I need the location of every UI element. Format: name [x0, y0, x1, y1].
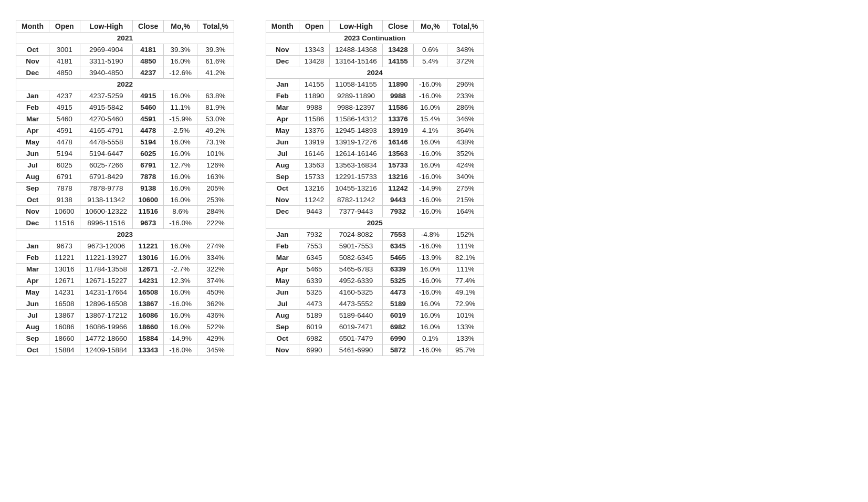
cell-value: 253%: [197, 194, 234, 206]
cell-month: Jan: [266, 229, 299, 240]
cell-month: Jun: [266, 287, 299, 298]
cell-value: 352%: [447, 148, 484, 160]
cell-close: 4181: [133, 44, 164, 56]
cell-value: 14155: [299, 79, 330, 90]
cell-month: Jun: [266, 137, 299, 148]
cell-month: Dec: [266, 206, 299, 217]
cell-month: Aug: [266, 160, 299, 171]
cell-value: 95.7%: [447, 344, 484, 356]
cell-value: 15.4%: [414, 113, 447, 125]
cell-value: 14231-17664: [80, 287, 133, 298]
cell-value: -16.0%: [164, 217, 197, 229]
cell-value: 16.0%: [164, 171, 197, 183]
cell-value: 8996-11516: [80, 217, 133, 229]
cell-value: 16086-19966: [80, 321, 133, 333]
cell-value: 4237: [49, 90, 80, 102]
cell-value: 11242: [299, 194, 330, 206]
cell-close: 13919: [382, 125, 413, 137]
cell-value: -16.0%: [414, 90, 447, 102]
cell-month: Feb: [16, 252, 49, 264]
cell-close: 15733: [382, 160, 413, 171]
cell-value: 12671: [49, 275, 80, 287]
cell-value: -16.0%: [414, 287, 447, 298]
cell-close: 5460: [133, 102, 164, 113]
table-row: Nov112428782-112429443-16.0%215%: [266, 194, 484, 206]
table-row: Jul44734473-5552518916.0%72.9%: [266, 298, 484, 310]
table-row: Jun51945194-6447602516.0%101%: [16, 148, 234, 160]
cell-value: 49.2%: [197, 125, 234, 137]
cell-month: Mar: [266, 102, 299, 113]
cell-month: Mar: [266, 252, 299, 264]
cell-value: 13867: [49, 310, 80, 321]
cell-month: Jul: [266, 298, 299, 310]
table-row: Aug67916791-8429787816.0%163%: [16, 171, 234, 183]
table-row: Nov41813311-5190485016.0%61.6%: [16, 56, 234, 67]
cell-value: 364%: [447, 125, 484, 137]
table-row: Sep60196019-7471698216.0%133%: [266, 321, 484, 333]
cell-close: 11890: [382, 79, 413, 90]
cell-value: -12.6%: [164, 67, 197, 79]
cell-close: 13016: [133, 252, 164, 264]
cell-value: 6025-7266: [80, 160, 133, 171]
table-row: Feb1122111221-139271301616.0%334%: [16, 252, 234, 264]
table-row: Apr54655465-6783633916.0%111%: [266, 264, 484, 275]
cell-value: 163%: [197, 171, 234, 183]
cell-value: 13919: [299, 137, 330, 148]
table-row: Nov1060010600-12322115168.6%284%: [16, 206, 234, 217]
cell-value: 5082-6345: [330, 252, 383, 264]
cell-value: 7024-8082: [330, 229, 383, 240]
table-row: Nov1334312488-14368134280.6%348%: [266, 44, 484, 56]
cell-value: -16.0%: [414, 194, 447, 206]
cell-value: 3940-4850: [80, 67, 133, 79]
cell-month: Apr: [266, 113, 299, 125]
cell-value: 205%: [197, 183, 234, 194]
cell-value: 5901-7553: [330, 240, 383, 252]
cell-value: 39.3%: [164, 44, 197, 56]
cell-close: 14231: [133, 275, 164, 287]
cell-value: 6345: [299, 252, 330, 264]
cell-value: 5325: [299, 287, 330, 298]
cell-close: 5194: [133, 137, 164, 148]
cell-close: 13563: [382, 148, 413, 160]
cell-value: 12945-14893: [330, 125, 383, 137]
cell-close: 11586: [382, 102, 413, 113]
cell-value: -16.0%: [164, 298, 197, 310]
cell-value: 13563: [299, 160, 330, 171]
cell-month: Jul: [16, 160, 49, 171]
cell-value: 6019: [299, 321, 330, 333]
cell-value: 11221: [49, 252, 80, 264]
cell-value: 16.0%: [414, 310, 447, 321]
table-row: Oct30012969-4904418139.3%39.3%: [16, 44, 234, 56]
cell-value: 6990: [299, 344, 330, 356]
cell-value: 13428: [299, 56, 330, 67]
cell-value: 4.1%: [414, 125, 447, 137]
col-month: Month: [16, 20, 49, 33]
cell-value: 16.0%: [164, 252, 197, 264]
col-total-r: Total,%: [447, 20, 484, 33]
cell-value: 12409-15884: [80, 344, 133, 356]
cell-value: 222%: [197, 217, 234, 229]
cell-value: 16.0%: [164, 194, 197, 206]
cell-value: 340%: [447, 171, 484, 183]
cell-close: 7553: [382, 229, 413, 240]
table-row: Apr1267112671-152271423112.3%374%: [16, 275, 234, 287]
cell-value: 3311-5190: [80, 56, 133, 67]
cell-month: Apr: [16, 275, 49, 287]
table-row: Aug51895189-6440601916.0%101%: [266, 310, 484, 321]
table-row: Mar1301611784-1355812671-2.7%322%: [16, 264, 234, 275]
cell-value: 372%: [447, 56, 484, 67]
cell-value: 13376: [299, 125, 330, 137]
col-close-r: Close: [382, 20, 413, 33]
cell-month: May: [16, 287, 49, 298]
cell-value: 13343: [299, 44, 330, 56]
cell-month: Jul: [16, 310, 49, 321]
cell-value: 13919-17276: [330, 137, 383, 148]
cell-close: 12671: [133, 264, 164, 275]
cell-value: 13216: [299, 183, 330, 194]
cell-value: 111%: [447, 240, 484, 252]
cell-month: Nov: [16, 206, 49, 217]
cell-value: 0.1%: [414, 333, 447, 344]
table-row: May44784478-5558519416.0%73.1%: [16, 137, 234, 148]
cell-value: 7878: [49, 183, 80, 194]
cell-value: 73.1%: [197, 137, 234, 148]
